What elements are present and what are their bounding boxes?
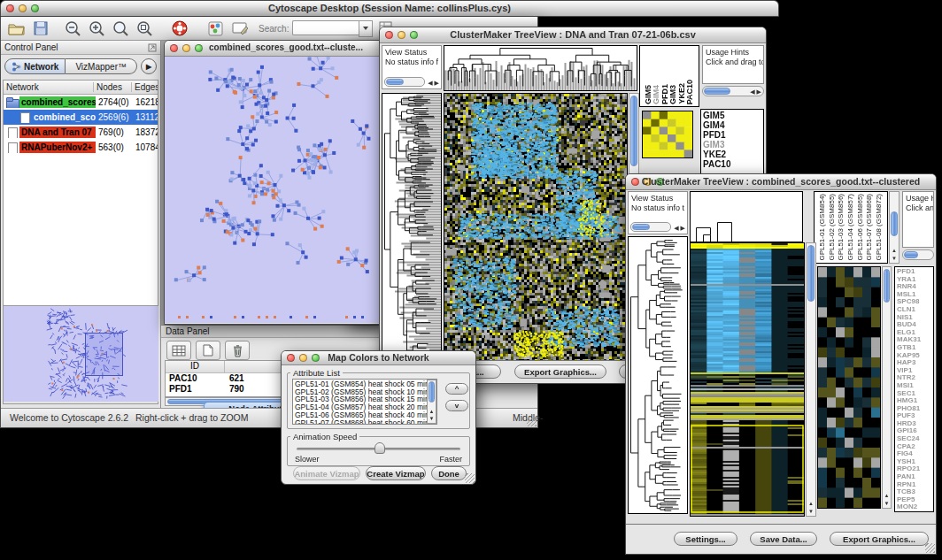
create-vizmap-button[interactable]: Create Vizmap — [366, 466, 426, 480]
tab-vizmapper[interactable]: VizMapper™ — [66, 58, 137, 74]
tv1-column-dendrogram[interactable] — [444, 45, 637, 91]
network-window-1-titlebar[interactable]: combined_scores_good.txt--cluste... — [165, 41, 382, 57]
tv1-usage-scrollbar[interactable]: ◀ ▶ — [702, 86, 764, 96]
dialog-titlebar[interactable]: Map Colors to Network — [282, 351, 475, 365]
tv2-row-dendrogram[interactable] — [628, 236, 688, 514]
speed-slider-thumb[interactable] — [374, 442, 385, 454]
tv1-row-label: PFD1 — [703, 130, 761, 140]
zoom-fit-icon[interactable] — [111, 19, 131, 38]
tv1-correlation-matrix[interactable] — [642, 111, 693, 158]
network-table-row[interactable]: combined_sco 2569(6) 13112(15) — [4, 110, 158, 125]
tv2-detail-heatmap[interactable] — [817, 266, 881, 509]
float-panel-icon[interactable] — [148, 40, 157, 56]
map-colors-dialog[interactable]: Map Colors to Network Attribute List GPL… — [281, 350, 476, 485]
main-resize-grip[interactable] — [527, 417, 537, 426]
birdseye-view[interactable] — [3, 305, 158, 404]
network-canvas-1[interactable] — [165, 57, 381, 323]
network-nodes-count: 2764(0) — [96, 97, 133, 107]
tab-overflow-button[interactable]: ▶ — [141, 58, 157, 74]
tv1-row-dendrogram[interactable] — [382, 93, 442, 361]
tv1-heatmap[interactable] — [444, 93, 628, 361]
tv1-row-label: PAC10 — [703, 159, 761, 169]
tv2-settings-button[interactable]: Settings... — [674, 532, 737, 546]
zoom-window-icon[interactable] — [195, 44, 203, 52]
tv2-button-bar: Settings... Save Data... Export Graphics… — [626, 524, 936, 554]
dialog-resize-grip[interactable] — [465, 473, 475, 483]
delete-attribute-icon[interactable] — [225, 341, 250, 360]
zoom-out-icon[interactable] — [63, 19, 83, 38]
tv2-heatmap-vscrollbar[interactable]: ▲ ▼ — [806, 242, 816, 517]
treeview2-window[interactable]: ClusterMaker TreeView : combined_scores_… — [625, 173, 937, 555]
network-window-1[interactable]: combined_scores_good.txt--cluste... — [164, 40, 383, 325]
tv2-col-label: GPL51-08 (GSM872) — [876, 194, 883, 261]
tv2-usage-hints: Usage HiClick and — [902, 191, 934, 248]
attribute-list-scrollbar[interactable]: ▲ ▼ — [427, 380, 436, 424]
tv2-col-label: GPL51-01 (GSM854) — [819, 194, 826, 261]
tv2-gene-list[interactable]: PFD1YRA1RNR4MSL1SPC98CLN1NIS1BUD4ELG1MAK… — [894, 266, 934, 512]
main-window-title: Cytoscape Desktop (Session Name: collins… — [1, 3, 778, 13]
tv1-status-scroll-arrows[interactable]: ◀ ▶ — [428, 80, 439, 87]
treeview1-title: ClusterMaker TreeView : DNA and Tran 07-… — [380, 29, 766, 40]
attribute-list[interactable]: GPL51-01 (GSM854) heat shock 05 minGPL51… — [292, 379, 437, 425]
new-attribute-icon[interactable] — [196, 341, 220, 360]
close-icon[interactable] — [170, 44, 178, 52]
tv2-heatmap[interactable] — [690, 242, 805, 517]
tv2-col-label: GPL51-03 (GSM856) — [838, 194, 845, 261]
tv2-column-dendrogram[interactable] — [690, 191, 803, 242]
control-panel-title: Control Panel — [4, 42, 58, 52]
network-name: DNA and Tran 07 — [19, 127, 96, 138]
done-button[interactable]: Done — [431, 466, 467, 480]
main-window-titlebar[interactable]: Cytoscape Desktop (Session Name: collins… — [0, 0, 779, 17]
tv1-export-graphics-button[interactable]: Export Graphics... — [514, 364, 606, 379]
minimize-icon[interactable] — [182, 44, 190, 52]
attribute-list-item[interactable]: GPL51-07 (GSM868) heat shock 60 min — [295, 419, 435, 425]
control-panel-tabs: Network VizMapper™ ▶ — [1, 55, 160, 76]
save-icon[interactable] — [30, 19, 50, 38]
tv2-detail-vscrollbar[interactable]: ▲ ▼ — [882, 266, 892, 509]
vizmap-nodes-icon[interactable] — [205, 19, 226, 38]
gene-label: MON2 — [897, 503, 931, 511]
animate-vizmap-button[interactable]: Animate Vizmap — [293, 466, 360, 480]
tv2-labels-vscrollbar[interactable]: ▲ ▼ — [889, 191, 900, 264]
tv2-col-label: GPL51-07 (GSM868) — [866, 194, 873, 261]
attr-col-id: ID — [166, 361, 225, 372]
tv2-save-data-button[interactable]: Save Data... — [750, 532, 817, 546]
search-input[interactable] — [292, 20, 373, 37]
treeview1-titlebar[interactable]: ClusterMaker TreeView : DNA and Tran 07-… — [380, 27, 766, 43]
zoom-selected-icon[interactable] — [135, 19, 155, 38]
open-file-icon[interactable] — [6, 19, 27, 38]
zoom-in-icon[interactable] — [87, 19, 107, 38]
network-table-row[interactable]: RNAPuberNov2+ 563(0) 107847(0) — [4, 140, 158, 155]
treeview2-titlebar[interactable]: ClusterMaker TreeView : combined_scores_… — [626, 174, 936, 190]
tv2-resize-grip[interactable] — [925, 543, 935, 553]
network-item-icon — [5, 142, 19, 153]
tv2-usage-scrollbar[interactable] — [902, 249, 934, 260]
tv2-status-scrollbar[interactable] — [630, 222, 671, 232]
tv2-view-status: View StatusNo status info t ◀ ▶ — [628, 191, 688, 234]
tv1-col-label: GIM3 — [669, 85, 677, 104]
network-table-body: combined_scores 2764(0) 16218(0) combine… — [4, 95, 158, 155]
tv1-status-scrollbar[interactable] — [384, 77, 425, 87]
help-lifering-icon[interactable] — [169, 19, 189, 38]
attribute-list-label: Attribute List — [290, 368, 343, 378]
annotation-icon[interactable] — [229, 19, 250, 38]
network-table-row[interactable]: combined_scores 2764(0) 16218(0) — [4, 95, 158, 110]
search-dropdown-icon[interactable] — [359, 20, 373, 37]
animation-speed-group: Animation Speed Slower Faster — [287, 436, 470, 466]
tv2-col-label: GPL51-02 (GSM855) — [829, 194, 836, 261]
network-table-header: Network Nodes Edges — [4, 81, 158, 95]
tv1-view-status: View StatusNo status info f ◀ ▶ — [382, 45, 442, 89]
tab-network[interactable]: Network — [4, 58, 66, 74]
move-up-button[interactable]: ^ — [445, 383, 468, 395]
move-down-button[interactable]: v — [445, 400, 468, 411]
network-item-icon — [5, 127, 19, 138]
tv1-usage-hints: Usage HintsClick and drag to — [702, 45, 764, 84]
select-attributes-icon[interactable] — [166, 341, 191, 360]
tv2-export-graphics-button[interactable]: Export Graphics... — [830, 532, 929, 546]
network-table-row[interactable]: DNA and Tran 07 769(0) 183728(0) — [4, 125, 158, 140]
network-nodes-count: 769(0) — [96, 127, 133, 137]
tv2-status-scroll-arrows[interactable]: ◀ ▶ — [674, 225, 685, 232]
animation-speed-label: Animation Speed — [290, 432, 359, 441]
network-edges-count: 16218(0) — [133, 97, 158, 107]
tv1-col-label: PAC10 — [686, 80, 694, 104]
